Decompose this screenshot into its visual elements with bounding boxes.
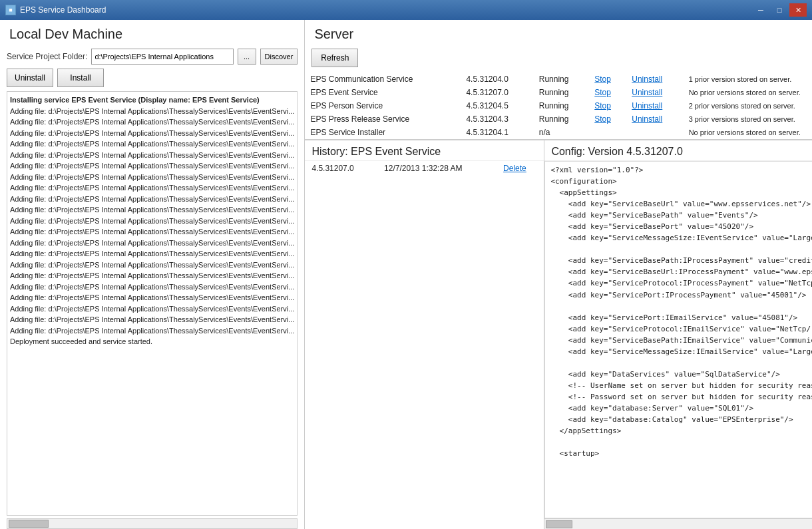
uninstall-button[interactable]: Uninstall — [7, 69, 53, 87]
stop-button[interactable]: Stop — [594, 75, 611, 84]
log-line: Adding file: d:\Projects\EPS Internal Ap… — [10, 116, 294, 128]
uninstall-link-button[interactable]: Uninstall — [632, 75, 662, 84]
service-stop-cell: Stop — [589, 99, 626, 112]
discover-button[interactable]: Discover — [260, 49, 298, 65]
app-icon: ■ — [5, 5, 16, 15]
service-stop-cell: Stop — [589, 86, 626, 99]
history-delete-cell: Delete — [497, 161, 544, 176]
service-row: EPS Event Service4.5.31207.0RunningStopU… — [305, 86, 812, 99]
server-section: Server Refresh EPS Communication Service… — [305, 20, 812, 140]
log-line: Adding file: d:\Projects\EPS Internal Ap… — [10, 270, 294, 281]
service-note: No prior versions stored on server. — [684, 86, 812, 99]
service-status: Running — [534, 86, 590, 99]
log-line: Adding file: d:\Projects\EPS Internal Ap… — [10, 248, 294, 260]
service-stop-cell: Stop — [589, 73, 626, 86]
log-line: Adding file: d:\Projects\EPS Internal Ap… — [10, 150, 294, 161]
log-line: Adding file: d:\Projects\EPS Internal Ap… — [10, 325, 294, 337]
service-status: Running — [534, 112, 590, 126]
service-note: 3 prior versions stored on server. — [684, 112, 812, 126]
log-line: Adding file: d:\Projects\EPS Internal Ap… — [10, 292, 294, 303]
restore-button[interactable]: □ — [771, 3, 788, 17]
right-panel: Server Refresh EPS Communication Service… — [305, 20, 812, 529]
log-line: Installing service EPS Event Service (Di… — [10, 94, 294, 106]
service-row: EPS Service Installer4.5.31204.1n/aNo pr… — [305, 126, 812, 139]
folder-toolbar: Service Project Folder: ... Discover — [0, 46, 304, 69]
service-uninstall-cell — [626, 126, 683, 139]
service-stop-cell: Stop — [589, 112, 626, 126]
main-content: Local Dev Machine Service Project Folder… — [0, 20, 812, 529]
log-line: Adding file: d:\Projects\EPS Internal Ap… — [10, 216, 294, 227]
stop-button[interactable]: Stop — [594, 88, 611, 97]
folder-input[interactable] — [91, 49, 233, 65]
log-line: Adding file: d:\Projects\EPS Internal Ap… — [10, 281, 294, 293]
service-version: 4.5.31204.0 — [461, 73, 533, 86]
service-name: EPS Press Release Service — [305, 112, 461, 126]
config-content-wrapper: <?xml version="1.0"?> <configuration> <a… — [544, 161, 812, 518]
service-stop-cell — [589, 126, 626, 139]
log-line: Deployment succeeded and service started… — [10, 336, 294, 347]
service-name: EPS Person Service — [305, 99, 461, 112]
log-line: Adding file: d:\Projects\EPS Internal Ap… — [10, 182, 294, 194]
service-status: n/a — [534, 126, 590, 139]
stop-button[interactable]: Stop — [594, 101, 611, 110]
log-line: Adding file: d:\Projects\EPS Internal Ap… — [10, 260, 294, 271]
service-row: EPS Press Release Service4.5.31204.3Runn… — [305, 112, 812, 126]
history-panel: History: EPS Event Service 4.5.31207.012… — [305, 140, 544, 529]
uninstall-link-button[interactable]: Uninstall — [632, 88, 662, 97]
server-header: Server — [305, 20, 812, 46]
log-line: Adding file: d:\Projects\EPS Internal Ap… — [10, 138, 294, 150]
refresh-button[interactable]: Refresh — [311, 49, 358, 67]
log-line: Adding file: d:\Projects\EPS Internal Ap… — [10, 314, 294, 325]
uninstall-link-button[interactable]: Uninstall — [632, 114, 662, 124]
log-line: Adding file: d:\Projects\EPS Internal Ap… — [10, 172, 294, 183]
service-uninstall-cell: Uninstall — [626, 73, 683, 86]
service-version: 4.5.31204.1 — [461, 126, 533, 139]
services-table: EPS Communication Service4.5.31204.0Runn… — [305, 73, 812, 139]
config-panel: Config: Version 4.5.31207.0 <?xml versio… — [544, 140, 812, 529]
bottom-panels: History: EPS Event Service 4.5.31207.012… — [305, 140, 812, 529]
left-panel: Local Dev Machine Service Project Folder… — [0, 20, 305, 529]
window-controls: ─ □ ✕ — [752, 3, 807, 17]
service-row: EPS Communication Service4.5.31204.0Runn… — [305, 73, 812, 86]
service-version: 4.5.31207.0 — [461, 86, 533, 99]
history-date: 12/7/2013 1:32:28 AM — [377, 161, 497, 176]
service-note: 1 prior version stored on server. — [684, 73, 812, 86]
uninstall-link-button[interactable]: Uninstall — [632, 101, 662, 110]
service-row: EPS Person Service4.5.31204.5RunningStop… — [305, 99, 812, 112]
stop-button[interactable]: Stop — [594, 114, 611, 124]
service-status: Running — [534, 73, 590, 86]
service-note: No prior versions stored on server. — [684, 126, 812, 139]
service-name: EPS Service Installer — [305, 126, 461, 139]
log-line: Adding file: d:\Projects\EPS Internal Ap… — [10, 226, 294, 238]
window-title: EPS Service Dashboard — [20, 5, 106, 15]
service-name: EPS Communication Service — [305, 73, 461, 86]
config-text-area[interactable]: <?xml version="1.0"?> <configuration> <a… — [544, 161, 812, 518]
service-version: 4.5.31204.5 — [461, 99, 533, 112]
log-line: Adding file: d:\Projects\EPS Internal Ap… — [10, 128, 294, 139]
left-panel-header: Local Dev Machine — [0, 20, 304, 46]
minimize-button[interactable]: ─ — [752, 3, 769, 17]
browse-button[interactable]: ... — [238, 49, 256, 65]
install-button[interactable]: Install — [57, 69, 104, 87]
service-status: Running — [534, 99, 590, 112]
close-button[interactable]: ✕ — [789, 3, 807, 17]
horizontal-scrollbar[interactable] — [7, 518, 298, 529]
history-table: 4.5.31207.012/7/2013 1:32:28 AMDelete — [305, 161, 544, 176]
service-note: 2 prior versions stored on server. — [684, 99, 812, 112]
config-header: Config: Version 4.5.31207.0 — [544, 140, 812, 161]
history-header: History: EPS Event Service — [305, 140, 544, 161]
log-line: Adding file: d:\Projects\EPS Internal Ap… — [10, 238, 294, 249]
log-line: Adding file: d:\Projects\EPS Internal Ap… — [10, 160, 294, 172]
log-line: Adding file: d:\Projects\EPS Internal Ap… — [10, 204, 294, 216]
config-pre: <?xml version="1.0"?> <configuration> <a… — [550, 164, 812, 459]
title-bar: ■ EPS Service Dashboard ─ □ ✕ — [0, 0, 812, 20]
log-line: Adding file: d:\Projects\EPS Internal Ap… — [10, 303, 294, 315]
history-version: 4.5.31207.0 — [305, 161, 377, 176]
service-name: EPS Event Service — [305, 86, 461, 99]
service-uninstall-cell: Uninstall — [626, 112, 683, 126]
service-uninstall-cell: Uninstall — [626, 99, 683, 112]
config-hscroll-thumb — [546, 520, 572, 528]
delete-button[interactable]: Delete — [503, 164, 526, 173]
history-row: 4.5.31207.012/7/2013 1:32:28 AMDelete — [305, 161, 544, 176]
config-horizontal-scrollbar[interactable] — [544, 518, 812, 529]
